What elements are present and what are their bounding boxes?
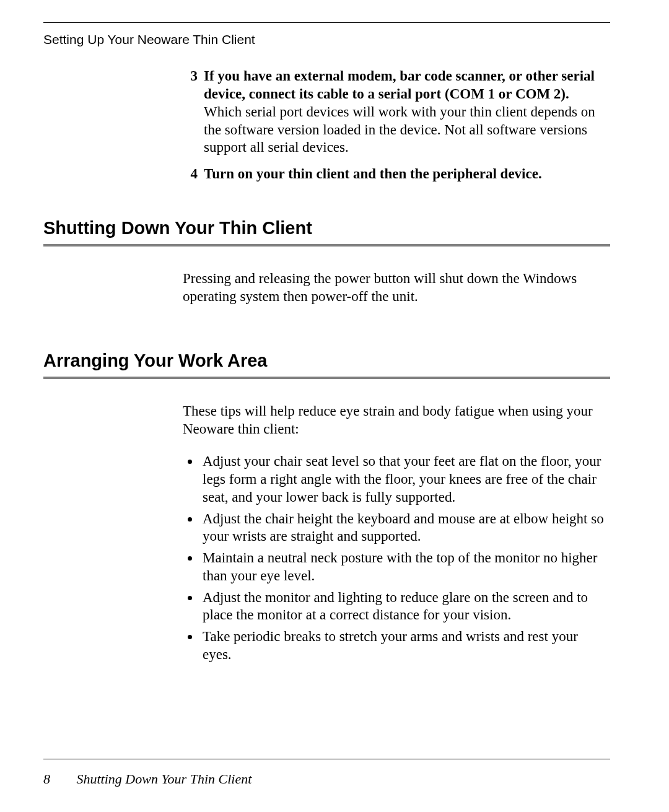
bottom-rule: [43, 759, 610, 759]
section2-bullets: Adjust your chair seat level so that you…: [183, 453, 610, 663]
section2-body: These tips will help reduce eye strain a…: [183, 403, 610, 664]
footer-section-name: Shutting Down Your Thin Client: [77, 771, 252, 787]
section1-paragraph: Pressing and releasing the power button …: [183, 270, 610, 306]
footer-line: 8 Shutting Down Your Thin Client: [43, 771, 610, 788]
numbered-steps-block: 3 If you have an external modem, bar cod…: [183, 68, 610, 183]
running-head: Setting Up Your Neoware Thin Client: [43, 32, 610, 48]
section-rule: [43, 377, 610, 379]
list-item: Take periodic breaks to stretch your arm…: [200, 628, 610, 664]
document-page: Setting Up Your Neoware Thin Client 3 If…: [0, 0, 669, 812]
step-number: 4: [183, 165, 198, 183]
list-item: Adjust the monitor and lighting to reduc…: [200, 589, 610, 625]
page-number: 8: [43, 771, 73, 788]
step-text: Turn on your thin client and then the pe…: [204, 165, 610, 183]
section1-body: Pressing and releasing the power button …: [183, 270, 610, 306]
section-rule: [43, 244, 610, 247]
step-bold-text: If you have an external modem, bar code …: [204, 68, 595, 102]
step-4: 4 Turn on your thin client and then the …: [183, 165, 610, 183]
page-footer: 8 Shutting Down Your Thin Client: [43, 759, 610, 788]
step-bold-text: Turn on your thin client and then the pe…: [204, 166, 542, 181]
list-item: Adjust your chair seat level so that you…: [200, 453, 610, 506]
list-item: Maintain a neutral neck posture with the…: [200, 549, 610, 585]
step-text: If you have an external modem, bar code …: [204, 68, 610, 157]
step-rest-text: Which serial port devices will work with…: [204, 104, 595, 155]
step-3: 3 If you have an external modem, bar cod…: [183, 68, 610, 157]
section-title-shutdown: Shutting Down Your Thin Client: [43, 217, 610, 239]
list-item: Adjust the chair height the keyboard and…: [200, 510, 610, 546]
section-title-arranging: Arranging Your Work Area: [43, 349, 610, 372]
top-rule: [43, 22, 610, 23]
step-number: 3: [183, 68, 198, 157]
section2-intro: These tips will help reduce eye strain a…: [183, 403, 610, 439]
